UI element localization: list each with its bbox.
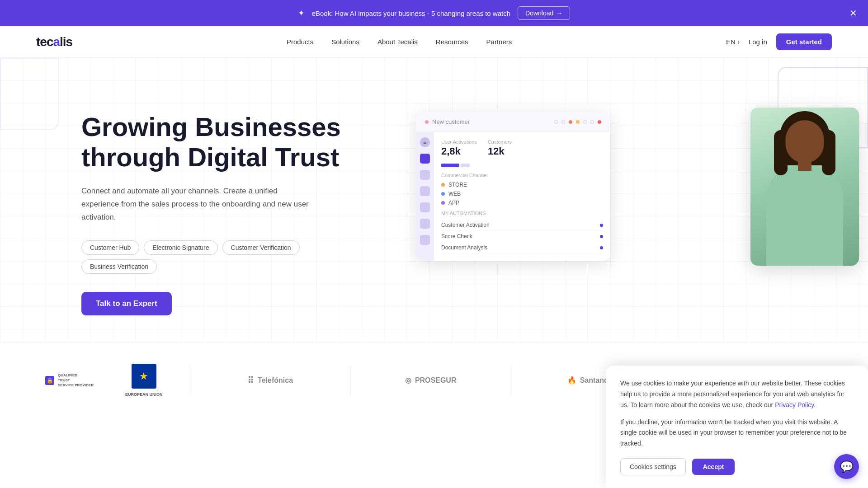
auto-status-dot: [600, 246, 603, 249]
navbar-right: EN › Log in Get started: [726, 33, 832, 50]
accept-cookies-button[interactable]: Accept: [692, 459, 735, 475]
cookie-text-1: We use cookies to make your experience w…: [620, 378, 854, 410]
dot-dec: [554, 120, 558, 124]
metric-label: User Activations: [441, 139, 477, 145]
chat-icon: 💬: [840, 460, 854, 473]
prosegur-icon: ◎: [405, 376, 411, 385]
badge-text: QUALIFIED TRUST SERVICE PROVIDER: [58, 373, 94, 388]
bg-deco-topleft: [0, 58, 59, 130]
person-bg: [750, 108, 859, 266]
face: [786, 120, 824, 163]
lang-label: EN: [726, 38, 736, 46]
channel-section-title: Commercial Channel: [441, 173, 603, 178]
dashboard-body: ∞ User Activations 2,8k: [416, 132, 610, 261]
channel-label: APP: [448, 200, 459, 206]
channel-app: APP: [441, 200, 603, 206]
auto-status-dot: [600, 224, 603, 227]
channel-label: WEB: [448, 191, 461, 197]
metric-label-customers: Customers: [488, 139, 512, 145]
dashboard-title: New customer: [432, 118, 470, 125]
dots-decoration: [554, 120, 601, 124]
automation-label: Document Analysis: [441, 244, 487, 251]
telefonica-icon: ⠿: [247, 375, 254, 386]
sidebar-icon-4: [420, 186, 430, 196]
automation-row-1: Customer Activation: [441, 220, 603, 231]
announcement-bar: ✦ eBook: How AI impacts your business - …: [0, 0, 868, 26]
announcement-text: eBook: How AI impacts your business - 5 …: [312, 9, 510, 17]
channel-label: STORE: [448, 182, 467, 188]
language-selector[interactable]: EN ›: [726, 38, 740, 46]
nav-about[interactable]: About Tecalis: [377, 38, 418, 46]
logo[interactable]: tecalis: [36, 35, 72, 49]
tag-customer-verification[interactable]: Customer Verification: [222, 240, 300, 255]
tag-customer-hub[interactable]: Customer Hub: [81, 240, 139, 255]
channel-dot: [441, 201, 445, 205]
download-button[interactable]: Download →: [518, 6, 570, 20]
channel-dot: [441, 192, 445, 196]
download-label: Download: [525, 9, 553, 17]
trust-badge: 🔒 QUALIFIED TRUST SERVICE PROVIDER: [36, 366, 103, 395]
metric-customers: Customers 12k: [488, 139, 512, 157]
sidebar-icon-6: [420, 219, 430, 229]
sidebar-icon-5: [420, 202, 430, 212]
cookie-text-2: If you decline, your information won't b…: [620, 417, 854, 449]
cookie-actions: Cookies settings Accept: [620, 458, 854, 475]
logo-prosegur: ◎ PROSEGUR: [350, 366, 511, 395]
auto-status-dot: [600, 235, 603, 238]
dot-dec: [590, 120, 594, 124]
close-announcement-button[interactable]: ✕: [849, 9, 857, 18]
nav-partners[interactable]: Partners: [486, 38, 512, 46]
hero-section: Growing Businesses through Digital Trust…: [0, 58, 868, 343]
nav-solutions[interactable]: Solutions: [331, 38, 359, 46]
nav-products[interactable]: Products: [287, 38, 313, 46]
dot-dec: [561, 120, 565, 124]
santander-icon: 🔥: [567, 376, 576, 385]
talk-to-expert-button[interactable]: Talk to an Expert: [81, 292, 172, 315]
metric-value-customers: 12k: [488, 145, 512, 157]
navbar: tecalis Products Solutions About Tecalis…: [0, 26, 868, 58]
sidebar-icon-7: [420, 235, 430, 245]
status-dot: [425, 120, 429, 124]
nav-menu: Products Solutions About Tecalis Resourc…: [287, 38, 512, 46]
tag-electronic-signature[interactable]: Electronic Signature: [144, 240, 217, 255]
metric-value-activations: 2,8k: [441, 145, 477, 157]
hero-title-line2: through Digital Trust: [81, 142, 339, 172]
sidebar-icon-1: ∞: [420, 137, 430, 147]
automation-label: Score Check: [441, 233, 472, 239]
hero-subtitle: Connect and automate all your channels. …: [81, 185, 316, 224]
channel-dot: [441, 183, 445, 187]
logo-telefonica: ⠿ Telefónica: [190, 366, 350, 395]
nav-resources[interactable]: Resources: [436, 38, 468, 46]
metric-activations: User Activations 2,8k: [441, 139, 477, 157]
prosegur-label: PROSEGUR: [415, 376, 457, 385]
get-started-button[interactable]: Get started: [776, 33, 832, 50]
bar-chart: [441, 164, 603, 167]
dot-dec: [583, 120, 587, 124]
sidebar-icon-3: [420, 170, 430, 180]
chat-bubble[interactable]: 💬: [834, 454, 859, 479]
cookie-banner: We use cookies to make your experience w…: [606, 366, 868, 488]
dot-dec: [569, 120, 572, 124]
cookies-settings-button[interactable]: Cookies settings: [620, 458, 686, 475]
dot-dec: [598, 120, 601, 124]
hero-visual: New customer ∞: [389, 103, 832, 261]
chevron-down-icon: ›: [737, 38, 740, 46]
channel-store: STORE: [441, 182, 603, 188]
eu-flag: ★: [132, 364, 156, 389]
arrow-icon: →: [556, 9, 562, 17]
automation-row-2: Score Check: [441, 231, 603, 242]
person-image: [750, 108, 859, 266]
metrics-row: User Activations 2,8k Customers 12k: [441, 139, 603, 157]
dashboard-header: New customer: [416, 112, 610, 132]
sidebar-icon-2: [420, 154, 430, 164]
telefonica-label: Telefónica: [258, 376, 293, 385]
eu-label: EUROPEAN UNION: [125, 392, 163, 397]
privacy-policy-link[interactable]: Privacy Policy: [775, 401, 814, 408]
tag-business-verification[interactable]: Business Verification: [81, 259, 157, 274]
hero-content: Growing Businesses through Digital Trust…: [81, 94, 353, 315]
bar-1: [441, 164, 459, 167]
lock-icon: 🔒: [45, 376, 54, 385]
eu-badge: ★ EUROPEAN UNION: [116, 357, 172, 404]
login-button[interactable]: Log in: [749, 38, 767, 46]
dashboard-sidebar: ∞: [416, 132, 434, 261]
